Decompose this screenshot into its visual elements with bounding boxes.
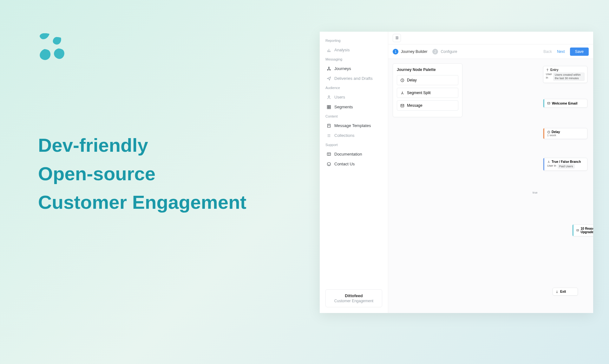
svg-rect-5: [329, 105, 331, 106]
node-entry[interactable]: Entry User inUsers created within the la…: [543, 66, 587, 83]
svg-rect-17: [547, 102, 550, 104]
back-button[interactable]: Back: [543, 49, 552, 54]
title: Welcome Email: [552, 101, 578, 105]
step-badge: 1: [393, 49, 398, 54]
mail-icon: [400, 104, 404, 108]
label: Collections: [334, 133, 355, 138]
label: Segment Split: [407, 91, 431, 95]
book-icon: [327, 152, 331, 156]
sidebar-item-analysis[interactable]: Analysis: [325, 45, 382, 55]
node-palette: Journey Node Palette Delay Segment Split…: [393, 63, 462, 117]
sidebar-section-support: Support: [325, 143, 382, 147]
user-in-label: User in: [546, 73, 552, 81]
nodes-icon: [327, 67, 331, 71]
svg-rect-6: [327, 107, 329, 108]
label: Contact Us: [334, 162, 355, 166]
title: 10 Reasons to Upgrade: [581, 227, 593, 234]
node-branch[interactable]: True / False Branch User inPaid Users: [543, 158, 587, 171]
title: Delay: [552, 130, 560, 134]
node-exit[interactable]: Exit: [553, 288, 578, 296]
logo-icon: [38, 33, 246, 65]
sidebar: Reporting Analysis Messaging Journeys De…: [320, 32, 388, 313]
svg-rect-11: [401, 104, 404, 107]
title: Entry: [550, 68, 559, 72]
sidebar-item-documentation[interactable]: Documentation: [325, 149, 382, 159]
step-2[interactable]: 2 Configure: [432, 49, 457, 54]
label: Users: [334, 95, 345, 99]
chat-icon: [327, 162, 331, 166]
footer-sub: Customer Engagement: [330, 299, 378, 303]
step-bar: 1 Journey Builder 2 Configure Back Next …: [388, 44, 593, 59]
label: Message Templates: [334, 123, 371, 128]
sidebar-section-audience: Audience: [325, 86, 382, 90]
sidebar-section-content: Content: [325, 114, 382, 118]
palette-item-delay[interactable]: Delay: [397, 75, 458, 85]
clock-icon: [400, 78, 404, 82]
bar-chart-icon: [327, 48, 331, 52]
segment-chip: Paid Users: [558, 164, 575, 169]
headline-line3: Customer Engagement: [38, 188, 246, 217]
sidebar-section-reporting: Reporting: [325, 39, 382, 42]
svg-point-0: [329, 67, 330, 68]
template-icon: [327, 124, 331, 128]
label: Deliveries and Drafts: [334, 76, 373, 81]
palette-item-segment-split[interactable]: Segment Split: [397, 88, 458, 98]
node-upgrade-message[interactable]: 10 Reasons to Upgrade: [572, 224, 593, 236]
title: True / False Branch: [552, 160, 581, 163]
step-label: Configure: [441, 49, 457, 54]
svg-point-1: [327, 69, 328, 70]
flow-area: Entry User inUsers created within the la…: [464, 63, 593, 313]
user-icon: [327, 95, 331, 99]
node-delay[interactable]: Delay 1 week: [543, 128, 587, 139]
topbar: [388, 32, 593, 44]
sidebar-footer: Dittofeed Customer Engagement: [325, 289, 382, 307]
headline-line1: Dev-friendly: [38, 131, 246, 160]
split-icon: [400, 91, 404, 95]
canvas[interactable]: 1 Journey Builder 2 Configure Back Next …: [388, 44, 593, 313]
sidebar-item-users[interactable]: Users: [325, 92, 382, 102]
svg-rect-7: [329, 107, 331, 108]
sidebar-item-segments[interactable]: Segments: [325, 102, 382, 112]
hero-area: Dev-friendly Open-source Customer Engage…: [38, 33, 246, 217]
send-icon: [327, 76, 331, 81]
headline: Dev-friendly Open-source Customer Engage…: [38, 131, 246, 217]
sidebar-item-collections[interactable]: Collections: [325, 131, 382, 140]
svg-rect-19: [577, 229, 579, 231]
svg-point-2: [330, 69, 331, 70]
svg-point-3: [328, 96, 330, 97]
sidebar-item-templates[interactable]: Message Templates: [325, 121, 382, 131]
label: Documentation: [334, 152, 362, 156]
label: Journeys: [334, 66, 351, 71]
step-label: Journey Builder: [401, 49, 427, 54]
label: Message: [407, 103, 422, 108]
label: Delay: [407, 78, 417, 82]
sidebar-item-deliveries[interactable]: Deliveries and Drafts: [325, 73, 382, 83]
grid-icon: [327, 105, 331, 109]
branch-true-label: true: [533, 191, 538, 194]
app-window: Reporting Analysis Messaging Journeys De…: [320, 32, 593, 313]
headline-line2: Open-source: [38, 160, 246, 188]
label: Segments: [334, 105, 353, 109]
sidebar-item-contact[interactable]: Contact Us: [325, 159, 382, 169]
palette-title: Journey Node Palette: [397, 67, 458, 72]
sidebar-item-journeys[interactable]: Journeys: [325, 64, 382, 73]
title: Exit: [560, 290, 566, 293]
delay-value: 1 week: [547, 134, 585, 137]
next-button[interactable]: Next: [557, 49, 565, 54]
user-in-label: User in: [547, 164, 556, 169]
sidebar-section-messaging: Messaging: [325, 57, 382, 61]
palette-item-message[interactable]: Message: [397, 100, 458, 111]
segment-chip: Users created within the last 30 minutes: [553, 73, 585, 81]
main: 1 Journey Builder 2 Configure Back Next …: [388, 32, 593, 313]
svg-point-9: [327, 162, 331, 166]
collapse-sidebar-button[interactable]: [393, 34, 401, 42]
label: Analysis: [334, 48, 350, 52]
footer-title: Dittofeed: [330, 293, 378, 298]
list-icon: [327, 133, 331, 138]
node-welcome-email[interactable]: Welcome Email: [543, 99, 587, 108]
svg-rect-4: [327, 105, 329, 106]
step-badge: 2: [432, 49, 438, 54]
step-1[interactable]: 1 Journey Builder: [393, 49, 427, 54]
save-button[interactable]: Save: [570, 48, 589, 56]
